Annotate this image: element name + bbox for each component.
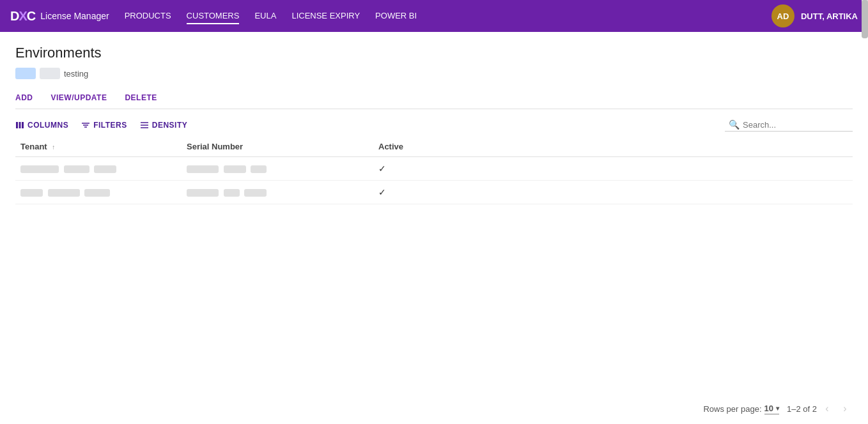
- table-header-row: Tenant ↑ Serial Number Active: [15, 137, 853, 157]
- columns-label: COLUMNS: [27, 121, 68, 130]
- breadcrumb: testing: [15, 68, 853, 79]
- breadcrumb-label: testing: [64, 69, 88, 79]
- search-box: 🔍: [725, 118, 853, 132]
- dropdown-arrow-icon: ▾: [776, 405, 779, 412]
- page-content: Environments testing ADD VIEW/UPDATE DEL…: [0, 32, 868, 424]
- nav-eula[interactable]: EULA: [254, 8, 276, 24]
- prev-page-button[interactable]: ‹: [819, 401, 835, 416]
- skeleton-bar: [187, 165, 219, 173]
- tab-delete[interactable]: DELETE: [125, 88, 166, 109]
- breadcrumb-chip-2: [40, 68, 60, 79]
- search-input[interactable]: [743, 120, 839, 130]
- nav-power-bi[interactable]: POWER BI: [375, 8, 417, 24]
- cell-tenant-2: [15, 181, 182, 204]
- density-icon: [140, 121, 149, 130]
- cell-tenant-1: [15, 157, 182, 181]
- cell-active-2: ✓: [373, 181, 853, 204]
- check-icon: ✓: [378, 163, 386, 174]
- search-icon: 🔍: [729, 119, 740, 130]
- skeleton-bar: [94, 165, 116, 173]
- density-label: DENSITY: [152, 121, 188, 130]
- columns-button[interactable]: COLUMNS: [15, 121, 68, 130]
- skeleton-bar: [187, 189, 219, 197]
- check-icon: ✓: [378, 187, 386, 197]
- rows-per-page: Rows per page: 10 ▾: [703, 404, 779, 414]
- skeleton-bar: [20, 189, 43, 197]
- page-nav: 1–2 of 2 ‹ ›: [787, 401, 853, 416]
- sort-icon-tenant: ↑: [52, 144, 55, 151]
- svg-rect-0: [16, 122, 18, 128]
- avatar[interactable]: AD: [771, 4, 794, 27]
- app-logo[interactable]: DXC License Manager: [10, 10, 109, 22]
- skeleton-bar: [48, 189, 80, 197]
- nav-links: PRODUCTS CUSTOMERS EULA LICENSE EXPIRY P…: [125, 8, 771, 24]
- next-page-button[interactable]: ›: [837, 401, 853, 416]
- toolbar: COLUMNS FILTERS DENSITY: [15, 118, 853, 132]
- cell-serial-1: [182, 157, 373, 181]
- col-header-serial-number[interactable]: Serial Number: [182, 137, 373, 157]
- logo-text: License Manager: [40, 11, 109, 21]
- skeleton-bar: [64, 165, 89, 173]
- cell-active-1: ✓: [373, 157, 853, 181]
- skeleton-bar: [224, 165, 246, 173]
- svg-rect-2: [22, 122, 24, 128]
- skeleton-bar: [244, 189, 267, 197]
- breadcrumb-chip-1: [15, 68, 36, 79]
- skeleton-bar: [20, 165, 59, 173]
- page-title: Environments: [15, 45, 853, 61]
- data-table: Tenant ↑ Serial Number Active: [15, 137, 853, 204]
- svg-rect-1: [19, 122, 21, 128]
- nav-license-expiry[interactable]: LICENSE EXPIRY: [291, 8, 360, 24]
- navbar: DXC License Manager PRODUCTS CUSTOMERS E…: [0, 0, 868, 32]
- columns-icon: [15, 121, 24, 130]
- skeleton-bar: [224, 189, 240, 197]
- col-header-tenant[interactable]: Tenant ↑: [15, 137, 182, 157]
- logo-mark: DXC: [10, 10, 35, 22]
- rows-per-page-label: Rows per page:: [703, 404, 761, 414]
- nav-customers[interactable]: CUSTOMERS: [187, 8, 240, 24]
- rows-per-page-select[interactable]: 10 ▾: [764, 404, 779, 414]
- tab-add[interactable]: ADD: [15, 88, 42, 109]
- action-tabs: ADD VIEW/UPDATE DELETE: [15, 88, 853, 109]
- filters-label: FILTERS: [93, 121, 127, 130]
- rows-per-page-value: 10: [764, 404, 773, 413]
- cell-serial-2: [182, 181, 373, 204]
- table-footer: Rows per page: 10 ▾ 1–2 of 2 ‹ ›: [703, 401, 853, 416]
- tab-view-update[interactable]: VIEW/UPDATE: [51, 88, 116, 109]
- nav-products[interactable]: PRODUCTS: [125, 8, 171, 24]
- filters-icon: [81, 121, 90, 130]
- table-row[interactable]: ✓: [15, 157, 853, 181]
- density-button[interactable]: DENSITY: [140, 121, 188, 130]
- table-row[interactable]: ✓: [15, 181, 853, 204]
- scrollbar[interactable]: [862, 0, 868, 32]
- skeleton-bar: [84, 189, 110, 197]
- col-header-active[interactable]: Active: [373, 137, 853, 157]
- user-name: DUTT, ARTIKA: [801, 11, 858, 21]
- skeleton-bar: [251, 165, 267, 173]
- filters-button[interactable]: FILTERS: [81, 121, 127, 130]
- user-section: AD DUTT, ARTIKA: [771, 4, 858, 27]
- page-range: 1–2 of 2: [787, 404, 817, 414]
